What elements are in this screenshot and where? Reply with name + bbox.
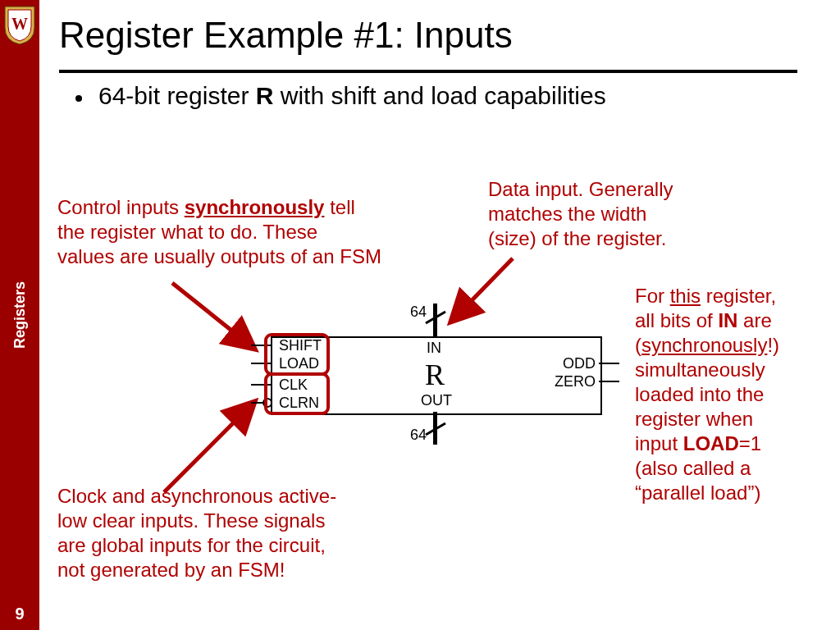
slide-title: Register Example #1: Inputs	[59, 15, 513, 56]
anno-load: For this register, all bits of IN are (s…	[635, 284, 824, 505]
register-name: R	[425, 358, 445, 392]
anno-data-input: Data input. Generally matches the width …	[488, 177, 734, 251]
wire-odd	[599, 363, 619, 364]
in-bus-width: 64	[410, 304, 427, 321]
pin-out: OUT	[421, 392, 452, 409]
svg-line-4	[426, 312, 445, 323]
anno-clock: Clock and asynchronous active- low clear…	[57, 484, 386, 582]
pin-in: IN	[427, 340, 441, 357]
box-clk-clrn	[264, 372, 330, 415]
wire-zero	[599, 381, 619, 382]
box-shift-load	[264, 333, 330, 376]
bullet-text: 64-bit register R with shift and load ca…	[98, 82, 606, 110]
pin-odd: ODD	[555, 355, 596, 372]
sidebar: W Registers 9	[0, 0, 39, 630]
title-rule	[59, 70, 797, 73]
out-bus-slash	[423, 422, 448, 438]
anno-control: Control inputs synchronously tell the re…	[57, 195, 410, 269]
svg-line-3	[451, 258, 513, 322]
in-bus-slash	[423, 310, 448, 326]
crest-icon: W	[2, 5, 38, 46]
svg-line-1	[172, 283, 254, 349]
svg-line-5	[426, 423, 445, 435]
sidebar-label: Registers	[11, 281, 29, 349]
wire-clrn	[251, 402, 262, 404]
out-bus-width: 64	[410, 427, 427, 444]
svg-line-2	[164, 402, 254, 492]
pin-zero: ZERO	[555, 373, 596, 390]
bullet-dot	[75, 95, 82, 102]
svg-text:W: W	[11, 15, 28, 33]
page-number: 9	[0, 605, 39, 623]
